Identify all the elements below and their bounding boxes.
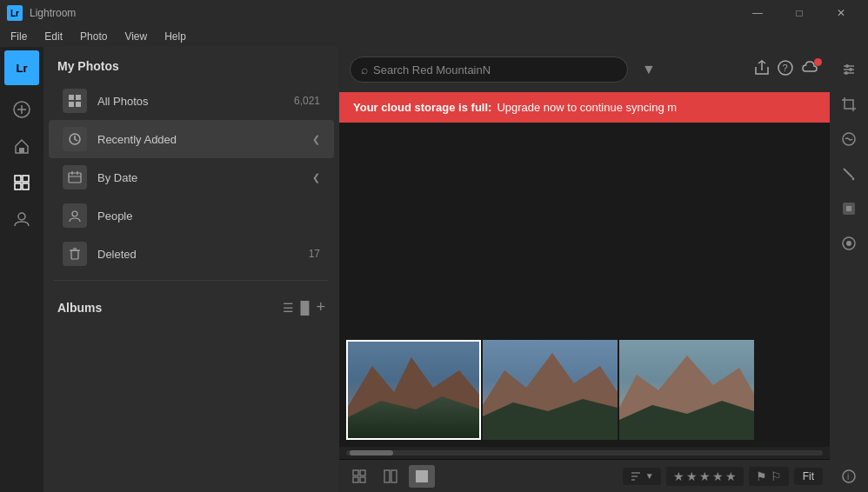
svg-rect-10 [76,95,81,100]
svg-rect-3 [19,148,24,153]
filter-icon[interactable]: ▼ [642,62,656,77]
svg-rect-39 [391,470,397,482]
app-title: Lightroom [30,7,76,19]
albums-add-button[interactable]: + [316,298,325,316]
share-icon[interactable] [753,60,769,79]
stars-control: ★ ★ ★ ★ ★ [666,467,744,486]
svg-rect-34 [353,470,358,475]
search-bar[interactable]: ⌕ Search Red MountainN [350,57,628,83]
window-controls: — □ ✕ [738,0,861,26]
sort-control[interactable]: ▼ [623,468,661,485]
alert-bold-text: Your cloud storage is full: [353,101,491,114]
albums-section: Albums ☰ █ + [43,288,339,322]
fit-button[interactable]: Fit [794,468,823,485]
svg-text:?: ? [783,63,788,73]
add-photos-icon[interactable] [4,92,39,127]
svg-rect-6 [15,183,21,189]
menu-file[interactable]: File [3,29,34,44]
albums-grid-view-button[interactable]: █ [301,301,310,315]
star-4[interactable]: ★ [712,469,724,483]
svg-rect-40 [416,470,428,482]
deleted-icon [63,242,87,266]
albums-list-view-button[interactable]: ☰ [283,301,294,315]
sidebar-item-recently-added[interactable]: Recently Added ❮ [49,120,334,158]
sidebar-item-people[interactable]: People [49,196,334,235]
library-icon[interactable] [4,165,39,200]
sidebar-item-all-photos[interactable]: All Photos 6,021 [49,82,334,120]
svg-point-8 [18,213,25,220]
svg-point-47 [849,68,852,71]
colorize-icon[interactable] [833,228,865,259]
sort-chevron-icon: ▼ [645,471,654,481]
albums-header: Albums ☰ █ + [57,298,325,316]
grid-large-view-button[interactable] [377,465,404,488]
svg-rect-14 [69,173,81,183]
scroll-bar[interactable] [339,447,830,459]
healing-icon[interactable] [833,123,865,155]
by-date-arrow: ❮ [312,172,320,183]
bottom-toolbar: ▼ ★ ★ ★ ★ ★ ⚑ ⚐ Fit [339,459,830,492]
star-3[interactable]: ★ [699,469,711,483]
icon-bar: Lr [0,47,43,492]
menu-view[interactable]: View [117,29,154,44]
my-photos-header: My Photos [43,47,339,82]
star-1[interactable]: ★ [673,469,684,483]
menu-edit[interactable]: Edit [37,29,70,44]
main-layout: Lr My Photos All Photos 6,021 [0,47,868,492]
svg-point-49 [845,71,848,75]
photo-thumb-2[interactable] [483,340,618,440]
info-icon[interactable]: i [833,461,865,492]
sidebar-item-deleted[interactable]: Deleted 17 [49,235,334,273]
cloud-sync-icon[interactable] [802,60,819,79]
sidebar-item-by-date[interactable]: By Date ❮ [49,158,334,196]
home-icon[interactable] [4,129,39,163]
by-date-icon [63,165,87,189]
menu-help[interactable]: Help [157,29,193,44]
photo-area: ▼ ★ ★ ★ ★ ★ ⚑ ⚐ Fit [339,123,830,492]
minimize-button[interactable]: — [738,0,778,26]
star-2[interactable]: ★ [686,469,698,483]
svg-rect-19 [71,250,78,259]
menu-photo[interactable]: Photo [73,29,114,44]
crop-icon[interactable] [833,89,865,120]
people-nav-icon[interactable] [4,202,39,236]
svg-rect-38 [384,470,390,482]
lr-home-icon[interactable]: Lr [4,50,39,85]
star-5[interactable]: ★ [725,469,737,483]
detail-view-button[interactable] [409,465,435,488]
deleted-count: 17 [309,248,320,260]
scroll-thumb[interactable] [350,450,393,455]
flag-reject[interactable]: ⚐ [771,469,782,483]
masking-icon[interactable] [833,193,865,224]
photo-strip [339,334,830,447]
adjust-icon[interactable] [833,54,865,85]
app-logo: Lr [7,5,23,21]
svg-rect-11 [69,102,74,107]
flag-pick[interactable]: ⚑ [756,469,767,483]
svg-rect-37 [360,477,365,482]
grid-small-view-button[interactable] [346,465,372,488]
svg-point-45 [845,64,849,68]
cloud-error-badge [814,58,822,66]
maximize-button[interactable]: □ [779,0,819,26]
svg-rect-12 [76,102,81,107]
right-panel: i [830,47,868,492]
search-placeholder: Search Red MountainN [373,63,491,76]
photo-thumb-3[interactable] [619,340,754,440]
content-area: ⌕ Search Red MountainN ▼ ? Your cloud st… [339,47,830,492]
svg-rect-53 [846,206,851,211]
title-bar: Lr Lightroom — □ ✕ [0,0,868,26]
recently-added-arrow: ❮ [312,134,320,145]
search-icon: ⌕ [361,63,368,76]
alert-banner: Your cloud storage is full: Upgrade now … [339,92,830,123]
photo-thumb-1[interactable] [346,340,481,440]
svg-line-51 [844,169,852,177]
help-icon[interactable]: ? [778,60,793,79]
people-icon [63,203,87,228]
svg-point-18 [72,211,77,216]
svg-rect-9 [69,95,74,100]
svg-rect-36 [353,477,358,482]
brush-icon[interactable] [833,158,865,189]
close-button[interactable]: ✕ [821,0,861,26]
scroll-track [346,450,823,455]
